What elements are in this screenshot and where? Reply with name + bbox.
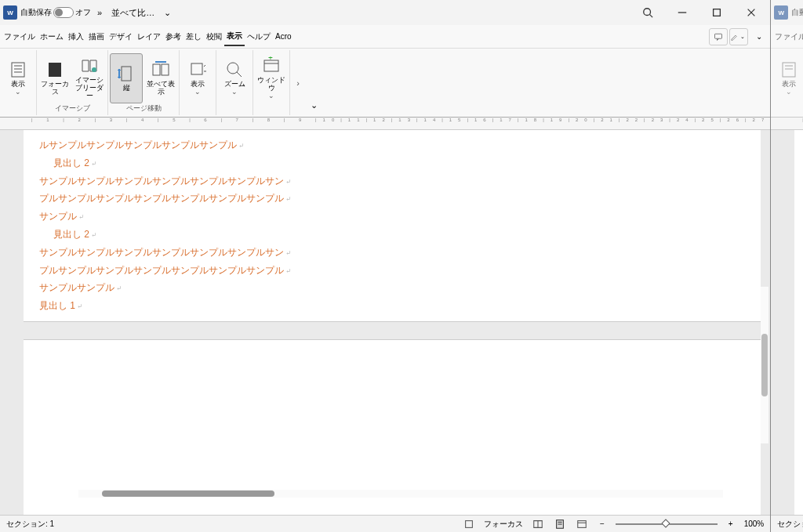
svg-line-1 [650, 15, 653, 18]
svg-rect-3 [714, 9, 721, 16]
ribbon-group-immersive: フォーカス イマーシブリーダー イマーシブ [37, 50, 108, 115]
read-mode-button[interactable] [531, 519, 545, 530]
focus-mode-button[interactable] [462, 519, 476, 530]
zoom-slider[interactable] [616, 523, 718, 525]
close-button[interactable] [736, 2, 767, 24]
sidebyside-button[interactable]: 並べて表示 [144, 53, 177, 103]
vertical-ruler[interactable] [771, 130, 794, 515]
svg-rect-13 [122, 67, 131, 81]
svg-rect-15 [153, 64, 160, 75]
svg-rect-37 [783, 63, 795, 77]
tab-insert[interactable]: 挿入 [66, 28, 86, 45]
word-icon: W [3, 5, 17, 20]
autosave-label: 自動保存 [20, 7, 52, 18]
title-dropdown-icon[interactable]: ⌄ [161, 8, 174, 18]
tab-layout[interactable]: レイア [135, 28, 163, 45]
status-bar: セクション: 1 フォーカス − + 100% [0, 515, 770, 532]
overflow-icon[interactable]: » [94, 8, 105, 17]
titlebar: W 自動保存 オフ » 並べて比… ⌄ [0, 0, 770, 25]
ribbon-group-show: 表示⌄ [180, 50, 216, 115]
svg-point-0 [644, 9, 651, 16]
document-line[interactable]: 見出し 1 [39, 297, 745, 315]
document-line[interactable]: プルサンプルサンプルサンプルサンプルサンプルサンプル [39, 262, 745, 280]
zoom-in-button[interactable]: + [725, 519, 736, 528]
svg-rect-6 [715, 34, 722, 38]
tab-review[interactable]: 校閲 [204, 28, 224, 45]
tab-file[interactable]: ファイル [2, 28, 38, 45]
svg-rect-21 [264, 60, 278, 71]
document-line[interactable]: ルサンプルサンプルサンプルサンプルサンプル [39, 136, 745, 154]
document-area[interactable]: タイトル：BBB見出し 1サンプルサンプルサンプルサンプルサンプルサンプルサンプ… [771, 130, 803, 515]
ribbon: 表示⌄ フォーカス イマーシブリーダー イマーシブ 縦 並べて表示 ページ移動 … [0, 49, 770, 118]
section-indicator[interactable]: セクション: 1 [777, 519, 803, 530]
minimize-button[interactable] [667, 2, 698, 24]
document-page[interactable]: タイトル：BBB見出し 1サンプルサンプルサンプルサンプルサンプルサンプルサンプ… [794, 130, 803, 515]
svg-rect-7 [12, 63, 24, 77]
search-button[interactable] [632, 2, 663, 24]
tab-home[interactable]: ホーム [38, 28, 66, 45]
ribbon-tabs: ファイル ホーム 挿入 描画 デザイ レイア 参考 差し 校閲 表示 ヘルプ A… [771, 25, 803, 49]
document-line[interactable]: サンプルサンプル [39, 279, 745, 297]
zoom-button[interactable]: ズーム⌄ [218, 53, 251, 103]
document-line[interactable]: 見出し 2 [39, 226, 745, 244]
document-line[interactable]: サンプルサンプルサンプルサンプルサンプルサンプルサン [39, 172, 745, 190]
immersive-reader-button[interactable]: イマーシブリーダー [73, 53, 106, 103]
ribbon-collapse-button[interactable]: ⌄ [306, 50, 322, 115]
vertical-scrollbar[interactable] [761, 287, 768, 443]
tab-file[interactable]: ファイル [772, 28, 803, 45]
tab-design[interactable]: デザイ [107, 28, 135, 45]
svg-point-19 [227, 63, 238, 74]
horizontal-ruler[interactable]: | 1 | 2 | 3 | 4 | 5 | 6 | 7 | 8 | 9 |10|… [771, 118, 803, 130]
zoom-out-button[interactable]: − [597, 519, 608, 528]
focus-button[interactable]: フォーカス [38, 53, 71, 103]
svg-rect-28 [578, 520, 587, 527]
views-button[interactable]: 表示⌄ [2, 53, 35, 103]
autosave-toggle[interactable]: 自動保存 オフ [791, 7, 803, 18]
status-bar: セクション: 1 フォーカス − + 100% [771, 515, 803, 532]
document-line[interactable]: プルサンプルサンプルサンプルサンプルサンプルサンプル [39, 190, 745, 208]
document-line[interactable]: サンプル [39, 208, 745, 226]
horizontal-scrollbar[interactable] [78, 490, 723, 498]
document-page[interactable]: ルサンプルサンプルサンプルサンプルサンプル見出し 2サンプルサンプルサンプルサン… [24, 130, 761, 515]
svg-text:+: + [268, 56, 273, 62]
zoom-percentage[interactable]: 100% [744, 519, 765, 528]
print-layout-button[interactable] [553, 519, 567, 530]
svg-rect-16 [162, 64, 169, 75]
editing-mode-button[interactable]: ⌄ [729, 28, 748, 45]
word-window-left: W 自動保存 オフ » 並べて比… ⌄ ファイル ホーム 挿入 描画 デザイ レ… [0, 0, 771, 532]
word-icon: W [774, 5, 788, 20]
word-window-right: W 自動保存 オフ » 並べて比… ⌄ ファイル ホーム 挿入 描画 デザイ レ… [771, 0, 803, 532]
tab-draw[interactable]: 描画 [86, 28, 107, 45]
tab-view[interactable]: 表示 [224, 27, 245, 46]
ribbon-more-button[interactable]: › [290, 50, 306, 115]
web-layout-button[interactable] [575, 519, 589, 530]
ribbon-group-zoom: ズーム⌄ [216, 50, 253, 115]
vertical-button[interactable]: 縦 [110, 53, 143, 103]
document-line[interactable]: サンプルサンプルサンプルサンプルサンプルサンプルサン [39, 244, 745, 262]
section-indicator[interactable]: セクション: 1 [6, 519, 54, 530]
titlebar: W 自動保存 オフ » 並べて比… ⌄ [771, 0, 803, 25]
autosave-toggle[interactable]: 自動保存 オフ [20, 7, 91, 18]
ribbon: 表示⌄ フォーカス イマーシブリーダー イマーシブ 縦 並べて表示 ページ移動 … [771, 49, 803, 118]
tab-help[interactable]: ヘルプ [245, 28, 273, 45]
vertical-ruler[interactable] [0, 130, 24, 515]
comments-button[interactable] [709, 28, 728, 45]
tab-mailings[interactable]: 差し [183, 28, 204, 45]
horizontal-ruler[interactable]: | 1 | 2 | 3 | 4 | 5 | 6 | 7 | 8 | 9 |10|… [0, 118, 770, 130]
maximize-button[interactable] [701, 2, 732, 24]
toggle-off-icon[interactable] [53, 7, 74, 18]
svg-line-20 [237, 72, 242, 77]
window-button[interactable]: +ウィンドウ⌄ [255, 53, 288, 103]
focus-label[interactable]: フォーカス [484, 519, 523, 530]
document-line[interactable]: 見出し 2 [39, 154, 745, 172]
tab-acrobat[interactable]: Acro [273, 29, 294, 44]
ribbon-tabs: ファイル ホーム 挿入 描画 デザイ レイア 参考 差し 校閲 表示 ヘルプ A… [0, 25, 770, 49]
ribbon-group-views: 表示⌄ [0, 50, 37, 115]
svg-rect-24 [466, 520, 473, 527]
ribbon-group-window: +ウィンドウ⌄ [253, 50, 290, 115]
ribbon-expand-button[interactable]: ⌄ [750, 28, 768, 45]
document-area[interactable]: ルサンプルサンプルサンプルサンプルサンプル見出し 2サンプルサンプルサンプルサン… [0, 130, 770, 515]
tab-references[interactable]: 参考 [163, 28, 183, 45]
show-button[interactable]: 表示⌄ [181, 53, 214, 103]
views-button[interactable]: 表示⌄ [772, 53, 803, 103]
